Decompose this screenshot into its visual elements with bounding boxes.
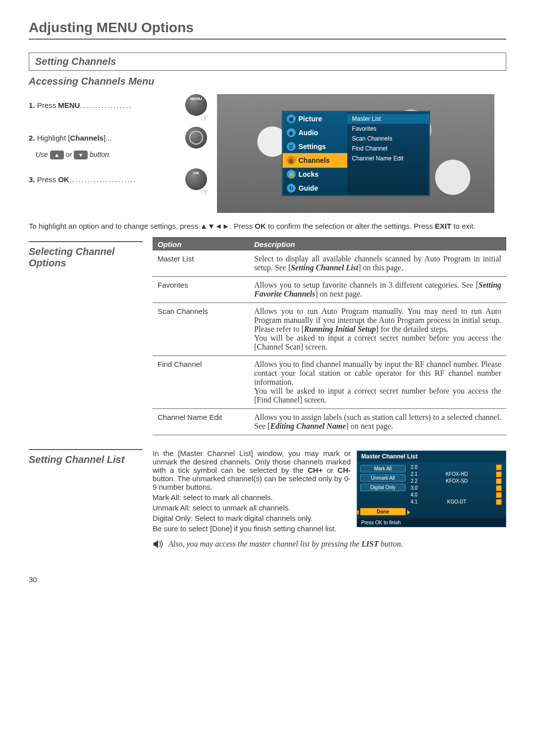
guide-icon: ↻ bbox=[287, 184, 296, 193]
table-row: Scan Channels Allows you to run Auto Pro… bbox=[153, 303, 506, 356]
osd-sub-favorites: Favorites bbox=[347, 124, 429, 134]
mcl-unmark-all: Unmark All bbox=[360, 474, 406, 482]
options-table-header: Option Description bbox=[153, 238, 506, 251]
down-arrow-icon: ▼ bbox=[74, 151, 88, 159]
table-row: Find Channel Allows you to find channel … bbox=[153, 356, 506, 409]
list-item: 2.1KFOX-HD bbox=[410, 471, 503, 478]
sub-heading: Accessing Channels Menu bbox=[29, 76, 506, 87]
table-row: Favorites Allows you to setup favorite c… bbox=[153, 277, 506, 303]
step-2-sub: Use ▲ or ▼ button. bbox=[36, 151, 207, 159]
channel-list-section: Setting Channel List Master Channel List… bbox=[29, 449, 506, 551]
step-1-num: 1. bbox=[29, 101, 35, 109]
osd-left-menu: ▣Picture ◉Audio ☰Settings ◎Channels 🔒Loc… bbox=[283, 112, 347, 195]
options-table: Option Description Master List Select to… bbox=[153, 237, 506, 435]
mcl-mark-all: Mark All bbox=[360, 465, 406, 472]
osd-item-locks: 🔒Locks bbox=[283, 167, 347, 181]
osd-sub-name-edit: Channel Name Edit bbox=[347, 153, 429, 163]
osd-sub-master-list: Master List bbox=[347, 114, 429, 124]
ok-button-icon: OK ☞ bbox=[185, 168, 207, 190]
note-paragraph: To highlight an option and to change set… bbox=[29, 222, 506, 230]
mcl-footer: Press OK to finish bbox=[357, 518, 506, 527]
option-desc: Allows you to find channel manually by i… bbox=[249, 359, 506, 405]
table-row: Channel Name Edit Allows you to assign l… bbox=[153, 409, 506, 435]
osd-right-menu: Master List Favorites Scan Channels Find… bbox=[347, 112, 429, 195]
check-icon bbox=[496, 485, 502, 491]
mcl-channel-list: 2.0 2.1KFOX-HD 2.2KFOX-SD 3.0 4.0 4.1KGO… bbox=[409, 462, 506, 518]
option-desc: Select to display all available channels… bbox=[249, 253, 506, 273]
mcl-done: Done bbox=[360, 508, 406, 515]
options-heading: Selecting Channel Options bbox=[29, 241, 143, 269]
list-item: 4.0 bbox=[410, 492, 503, 499]
list-item: 2.0 bbox=[410, 464, 503, 471]
osd-item-picture: ▣Picture bbox=[283, 112, 347, 126]
hand-icon: ☞ bbox=[200, 112, 209, 124]
audio-icon: ◉ bbox=[287, 128, 296, 137]
master-channel-list-panel: Master Channel List Mark All Unmark All … bbox=[357, 451, 506, 527]
option-name: Scan Channels bbox=[153, 306, 249, 353]
mcl-buttons: Mark All Unmark All Digital Only Done bbox=[357, 462, 409, 518]
step-1: 1. Press MENU................. MENU ☞ bbox=[29, 94, 207, 116]
step-3: 3. Press OK...................... OK ☞ bbox=[29, 168, 207, 190]
step-3-num: 3. bbox=[29, 175, 35, 184]
option-desc: Allows you to run Auto Program manually.… bbox=[249, 306, 506, 353]
check-icon bbox=[496, 471, 502, 477]
picture-icon: ▣ bbox=[287, 114, 296, 123]
osd-item-settings: ☰Settings bbox=[283, 140, 347, 153]
menu-button-icon: MENU ☞ bbox=[185, 94, 207, 116]
up-arrow-icon: ▲ bbox=[50, 151, 64, 159]
option-desc: Allows you to setup favorite channels in… bbox=[249, 280, 506, 300]
check-icon bbox=[496, 492, 502, 498]
check-icon bbox=[496, 478, 502, 484]
step-2-num: 2. bbox=[29, 134, 35, 142]
osd-panel: ▣Picture ◉Audio ☰Settings ◎Channels 🔒Loc… bbox=[282, 111, 429, 196]
step-2: 2. Highlight [Channels]... bbox=[29, 127, 207, 149]
access-area: 1. Press MENU................. MENU ☞ 2.… bbox=[29, 94, 506, 213]
mcl-title: Master Channel List bbox=[357, 451, 506, 462]
osd-item-audio: ◉Audio bbox=[283, 126, 347, 140]
check-icon bbox=[496, 499, 502, 505]
list-item: 3.0 bbox=[410, 485, 503, 492]
options-section: Selecting Channel Options Option Descrip… bbox=[29, 237, 506, 435]
channels-dial-icon bbox=[185, 127, 207, 149]
osd-sub-scan: Scan Channels bbox=[347, 134, 429, 144]
page-number: 30 bbox=[29, 575, 506, 584]
hand-icon: ☞ bbox=[200, 186, 209, 198]
option-name: Find Channel bbox=[153, 359, 249, 405]
osd-item-channels: ◎Channels bbox=[282, 153, 348, 168]
channel-list-body: Master Channel List Mark All Unmark All … bbox=[153, 449, 506, 551]
osd-item-guide: ↻Guide bbox=[283, 181, 347, 195]
channels-icon: ◎ bbox=[287, 156, 296, 165]
check-icon bbox=[496, 464, 502, 470]
list-item: 4.1KGO-DT bbox=[410, 499, 503, 505]
section-heading: Setting Channels bbox=[29, 52, 506, 71]
sound-note: Also, you may access the master channel … bbox=[153, 540, 506, 551]
page-title: Adjusting MENU Options bbox=[29, 20, 506, 40]
locks-icon: 🔒 bbox=[287, 170, 296, 179]
mcl-digital-only: Digital Only bbox=[360, 484, 406, 491]
option-name: Channel Name Edit bbox=[153, 412, 249, 432]
settings-icon: ☰ bbox=[287, 142, 296, 151]
table-row: Master List Select to display all availa… bbox=[153, 251, 506, 277]
list-item: 2.2KFOX-SD bbox=[410, 478, 503, 485]
speaker-icon bbox=[153, 540, 163, 551]
option-name: Master List bbox=[153, 253, 249, 273]
osd-screenshot: ▣Picture ◉Audio ☰Settings ◎Channels 🔒Loc… bbox=[217, 94, 494, 213]
option-name: Favorites bbox=[153, 280, 249, 300]
steps-column: 1. Press MENU................. MENU ☞ 2.… bbox=[29, 94, 207, 201]
channel-list-heading: Setting Channel List bbox=[29, 449, 143, 465]
osd-sub-find: Find Channel bbox=[347, 144, 429, 153]
option-desc: Allows you to assign labels (such as sta… bbox=[249, 412, 506, 432]
